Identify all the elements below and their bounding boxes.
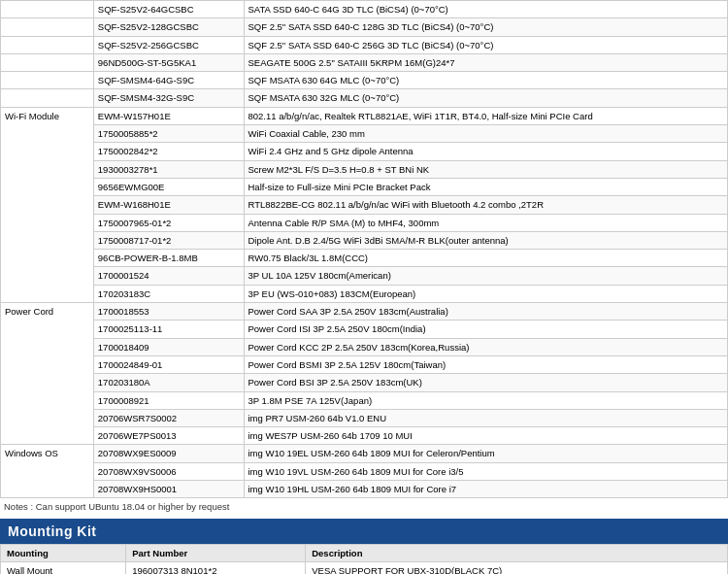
description-cell: RTL8822BE-CG 802.11 a/b/g/n/ac WiFi with… <box>244 196 728 214</box>
part-number-cell: SQF-S25V2-256GCSBC <box>93 36 244 53</box>
table-row: SQF-SMSM4-32G-S9CSQF MSATA 630 32G MLC (… <box>1 89 728 107</box>
table-row: Wall Mount196007313 8N101*2VESA SUPPORT … <box>1 562 728 574</box>
description-cell: WiFi 2.4 GHz and 5 GHz dipole Antenna <box>244 143 728 160</box>
description-cell: img W10 19VL USM-260 64b 1809 MUI for Co… <box>244 462 728 480</box>
part-number-cell: 1750008717-01*2 <box>93 231 244 249</box>
table-row: 17000089213P 1.8M PSE 7A 125V(Japan) <box>1 391 728 409</box>
table-row: 17000015243P UL 10A 125V 180cm(American) <box>1 267 728 285</box>
part-number-cell: 1700001524 <box>93 267 244 285</box>
part-number-cell: 170203180A <box>93 374 244 391</box>
description-cell: img WES7P USM-260 64b 1709 10 MUI <box>244 427 728 445</box>
description-cell: 3P 1.8M PSE 7A 125V(Japan) <box>244 391 728 409</box>
category-cell: Wi-Fi Module <box>1 107 94 302</box>
table-row: 20706WSR7S0002img PR7 USM-260 64b V1.0 E… <box>1 409 728 426</box>
description-cell: RW0.75 Black/3L 1.8M(CCC) <box>244 250 728 267</box>
parts-table-section: SQF-S25V2-64GCSBCSATA SSD 640-C 64G 3D T… <box>0 0 728 515</box>
table-row: 20708WX9HS0001img W10 19HL USM-260 64b 1… <box>1 481 728 498</box>
part-number-cell: SQF-S25V2-128GCSBC <box>93 18 244 36</box>
table-row: SQF-S25V2-128GCSBCSQF 2.5" SATA SSD 640-… <box>1 18 728 36</box>
description-cell: SQF 2.5" SATA SSD 640-C 128G 3D TLC (BiC… <box>244 18 728 36</box>
notes-row: Notes : Can support UBuntu 18.04 or high… <box>0 498 728 515</box>
part-number-cell: 20708WX9ES0009 <box>93 445 244 462</box>
part-number-cell: SQF-SMSM4-32G-S9C <box>93 89 244 107</box>
col-description: Description <box>306 545 728 562</box>
part-number-cell: 1700018553 <box>93 303 244 321</box>
part-number-cell: SQF-S25V2-64GCSBC <box>93 1 244 18</box>
table-row: 170203180APower Cord BSI 3P 2.5A 250V 18… <box>1 374 728 391</box>
category-cell: Windows OS <box>1 445 94 498</box>
mounting-category-cell: Wall Mount <box>1 562 126 574</box>
description-cell: Dipole Ant. D.B 2.4/5G WiFi 3dBi SMA/M-R… <box>244 231 728 249</box>
table-row: 9656EWMG00EHalf-size to Full-size Mini P… <box>1 178 728 195</box>
part-number-cell: 1700024849-01 <box>93 355 244 373</box>
description-cell: Power Cord BSI 3P 2.5A 250V 183cm(UK) <box>244 374 728 391</box>
mounting-description: VESA SUPPORT FOR UBX-310D(BLACK 7C) <box>306 562 728 574</box>
description-cell: Screw M2*3L F/S D=3.5 H=0.8 + ST BNi NK <box>244 160 728 178</box>
table-row: SQF-S25V2-64GCSBCSATA SSD 640-C 64G 3D T… <box>1 1 728 18</box>
table-row: 20708WX9VS0006img W10 19VL USM-260 64b 1… <box>1 462 728 480</box>
description-cell: img W10 19EL USM-260 64b 1809 MUI for Ce… <box>244 445 728 462</box>
notes-text: Notes : Can support UBuntu 18.04 or high… <box>0 498 728 515</box>
category-cell <box>1 53 94 71</box>
description-cell: SEAGATE 500G 2.5" SATAIII 5KRPM 16M(G)24… <box>244 53 728 71</box>
description-cell: Power Cord ISI 3P 2.5A 250V 180cm(India) <box>244 321 728 338</box>
description-cell: SQF 2.5" SATA SSD 640-C 256G 3D TLC (BiC… <box>244 36 728 53</box>
part-number-cell: 170203183C <box>93 285 244 302</box>
part-number-cell: EWM-W168H01E <box>93 196 244 214</box>
table-row: SQF-SMSM4-64G-S9CSQF MSATA 630 64G MLC (… <box>1 72 728 89</box>
category-cell <box>1 18 94 36</box>
category-cell <box>1 36 94 53</box>
part-number-cell: 96ND500G-ST-5G5KA1 <box>93 53 244 71</box>
description-cell: WiFi Coaxial Cable, 230 mm <box>244 125 728 143</box>
table-row: 1750008717-01*2Dipole Ant. D.B 2.4/5G Wi… <box>1 231 728 249</box>
part-number-cell: 20706WE7PS0013 <box>93 427 244 445</box>
mounting-kit-section: Mounting Kit Mounting Part Number Descri… <box>0 519 728 574</box>
table-row: SQF-S25V2-256GCSBCSQF 2.5" SATA SSD 640-… <box>1 36 728 53</box>
table-row: 1700024849-01Power Cord BSMI 3P 2.5A 125… <box>1 355 728 373</box>
table-row: EWM-W168H01ERTL8822BE-CG 802.11 a/b/g/n/… <box>1 196 728 214</box>
description-cell: Antenna Cable R/P SMA (M) to MHF4, 300mm <box>244 214 728 231</box>
mounting-part-number: 196007313 8N101*2 <box>126 562 306 574</box>
category-cell: Power Cord <box>1 303 94 445</box>
part-number-cell: 1750002842*2 <box>93 143 244 160</box>
description-cell: SQF MSATA 630 32G MLC (0~70°C) <box>244 89 728 107</box>
description-cell: 3P EU (WS-010+083) 183CM(European) <box>244 285 728 302</box>
part-number-cell: 1700008921 <box>93 391 244 409</box>
mounting-kit-header: Mounting Kit <box>0 519 728 544</box>
table-row: 96ND500G-ST-5G5KA1SEAGATE 500G 2.5" SATA… <box>1 53 728 71</box>
part-number-cell: 9656EWMG00E <box>93 178 244 195</box>
table-row: 1750007965-01*2Antenna Cable R/P SMA (M)… <box>1 214 728 231</box>
part-number-cell: 1700025113-11 <box>93 321 244 338</box>
table-row: 1750002842*2WiFi 2.4 GHz and 5 GHz dipol… <box>1 143 728 160</box>
description-cell: SATA SSD 640-C 64G 3D TLC (BiCS4) (0~70°… <box>244 1 728 18</box>
part-number-cell: 96CB-POWER-B-1.8MB <box>93 250 244 267</box>
description-cell: 3P UL 10A 125V 180cm(American) <box>244 267 728 285</box>
description-cell: 802.11 a/b/g/n/ac, Realtek RTL8821AE, Wi… <box>244 107 728 124</box>
description-cell: Power Cord BSMI 3P 2.5A 125V 180cm(Taiwa… <box>244 355 728 373</box>
parts-table: SQF-S25V2-64GCSBCSATA SSD 640-C 64G 3D T… <box>0 0 728 498</box>
table-row: 1750005885*2WiFi Coaxial Cable, 230 mm <box>1 125 728 143</box>
category-cell <box>1 89 94 107</box>
part-number-cell: 1930003278*1 <box>93 160 244 178</box>
table-row: 1700018409Power Cord KCC 2P 2.5A 250V 18… <box>1 338 728 355</box>
description-cell: img PR7 USM-260 64b V1.0 ENU <box>244 409 728 426</box>
table-row: 1930003278*1Screw M2*3L F/S D=3.5 H=0.8 … <box>1 160 728 178</box>
col-part-number: Part Number <box>126 545 306 562</box>
part-number-cell: 1700018409 <box>93 338 244 355</box>
part-number-cell: 1750005885*2 <box>93 125 244 143</box>
part-number-cell: 20706WSR7S0002 <box>93 409 244 426</box>
description-cell: Power Cord SAA 3P 2.5A 250V 183cm(Austra… <box>244 303 728 321</box>
table-row: Wi-Fi ModuleEWM-W157H01E802.11 a/b/g/n/a… <box>1 107 728 124</box>
table-row: Windows OS20708WX9ES0009img W10 19EL USM… <box>1 445 728 462</box>
category-cell <box>1 1 94 18</box>
part-number-cell: EWM-W157H01E <box>93 107 244 124</box>
description-cell: img W10 19HL USM-260 64b 1809 MUI for Co… <box>244 481 728 498</box>
part-number-cell: 1750007965-01*2 <box>93 214 244 231</box>
description-cell: SQF MSATA 630 64G MLC (0~70°C) <box>244 72 728 89</box>
table-row: Power Cord1700018553Power Cord SAA 3P 2.… <box>1 303 728 321</box>
part-number-cell: 20708WX9HS0001 <box>93 481 244 498</box>
description-cell: Power Cord KCC 2P 2.5A 250V 183cm(Korea,… <box>244 338 728 355</box>
table-row: 20706WE7PS0013img WES7P USM-260 64b 1709… <box>1 427 728 445</box>
description-cell: Half-size to Full-size Mini PCIe Bracket… <box>244 178 728 195</box>
part-number-cell: SQF-SMSM4-64G-S9C <box>93 72 244 89</box>
